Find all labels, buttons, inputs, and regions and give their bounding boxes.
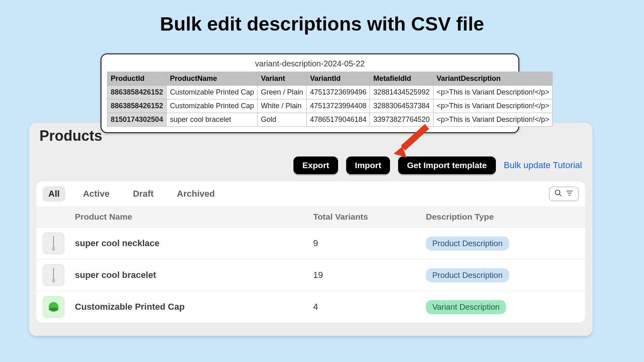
filter-icon [566, 189, 574, 199]
tab-archived[interactable]: Archived [171, 186, 221, 202]
csv-cell: 47513723699496 [307, 86, 370, 99]
svg-rect-10 [52, 278, 55, 282]
product-variants-count: 9 [313, 238, 426, 249]
svg-rect-8 [52, 247, 55, 251]
csv-row: 8863858426152Customizable Printed CapGre… [107, 86, 553, 99]
tab-draft[interactable]: Draft [127, 186, 159, 202]
import-button[interactable]: Import [346, 156, 390, 174]
description-type-badge: Product Description [426, 268, 509, 282]
svg-point-12 [49, 308, 58, 311]
svg-rect-1 [401, 124, 429, 150]
csv-filename: variant-description-2024-05-22 [107, 58, 513, 72]
product-row[interactable]: super cool necklace9Product Description [36, 227, 585, 259]
tab-all[interactable]: All [43, 186, 65, 202]
search-filter-button[interactable] [549, 187, 579, 201]
csv-cell: 8863858426152 [107, 86, 167, 99]
csv-cell: 8150174302504 [107, 113, 167, 127]
header-product-name: Product Name [75, 212, 313, 222]
products-card: Products Export Import Get Import templa… [29, 123, 592, 336]
product-name: super cool necklace [75, 238, 313, 249]
action-row: Export Import Get Import template Bulk u… [29, 144, 592, 181]
csv-header-cell: Variant [258, 72, 307, 86]
cap-icon [47, 301, 60, 313]
bulk-update-tutorial-link[interactable]: Bulk update Tutorial [504, 160, 582, 171]
product-thumbnail [43, 296, 64, 318]
tab-row: AllActiveDraftArchived [36, 181, 585, 206]
svg-point-2 [555, 190, 560, 195]
csv-cell: Green / Plain [258, 86, 307, 99]
description-type-badge: Variant Description [426, 300, 506, 314]
csv-cell: Gold [258, 113, 307, 127]
csv-cell: <p>This is Variant Description!</p> [433, 86, 553, 99]
csv-cell: 8863858426152 [107, 99, 167, 113]
csv-header-cell: ProductName [167, 72, 258, 86]
description-type-badge: Product Description [426, 237, 509, 251]
export-button[interactable]: Export [293, 156, 338, 174]
header-description-type: Description Type [426, 212, 579, 222]
csv-header-cell: VariantDescription [433, 72, 553, 86]
csv-cell: 47513723994408 [307, 99, 370, 113]
csv-row: 8863858426152Customizable Printed CapWhi… [107, 99, 553, 113]
product-thumbnail [43, 264, 64, 286]
search-icon [554, 189, 562, 199]
jewelry-icon [47, 267, 60, 283]
arrow-annotation [394, 121, 430, 160]
product-row[interactable]: Customizable Printed Cap4Variant Descrip… [36, 291, 585, 323]
header-total-variants: Total Variants [313, 212, 426, 222]
csv-header-cell: ProductId [107, 72, 167, 86]
list-header-row: Product Name Total Variants Description … [36, 206, 585, 227]
csv-cell: 47865179046184 [307, 113, 370, 127]
tab-active[interactable]: Active [77, 186, 115, 202]
csv-header-cell: VariantId [307, 72, 370, 86]
product-name: Customizable Printed Cap [75, 302, 313, 312]
csv-table: ProductIdProductNameVariantVariantIdMeta… [107, 72, 553, 127]
products-list: AllActiveDraftArchived Product Name Tota… [36, 181, 585, 323]
csv-row: 8150174302504super cool braceletGold4786… [107, 113, 553, 127]
jewelry-icon [47, 235, 60, 251]
csv-cell: White / Plain [258, 99, 307, 113]
csv-cell: 32881434525992 [370, 86, 433, 99]
svg-line-3 [559, 194, 561, 196]
csv-header-cell: MetafieldId [370, 72, 433, 86]
csv-cell: 32883064537384 [370, 99, 433, 113]
product-thumbnail [43, 232, 64, 254]
product-name: super cool bracelet [75, 270, 313, 280]
product-variants-count: 4 [313, 302, 426, 312]
page-title: Bulk edit descriptions with CSV file [0, 0, 644, 35]
csv-cell: <p>This is Variant Description!</p> [433, 113, 553, 127]
csv-cell: Customizable Printed Cap [167, 86, 258, 99]
csv-preview-panel: variant-description-2024-05-22 ProductId… [101, 53, 519, 133]
product-variants-count: 19 [313, 270, 426, 280]
csv-cell: Customizable Printed Cap [167, 99, 258, 113]
csv-cell: <p>This is Variant Description!</p> [433, 99, 553, 113]
csv-cell: super cool bracelet [167, 113, 258, 127]
product-row[interactable]: super cool bracelet19Product Description [36, 259, 585, 291]
